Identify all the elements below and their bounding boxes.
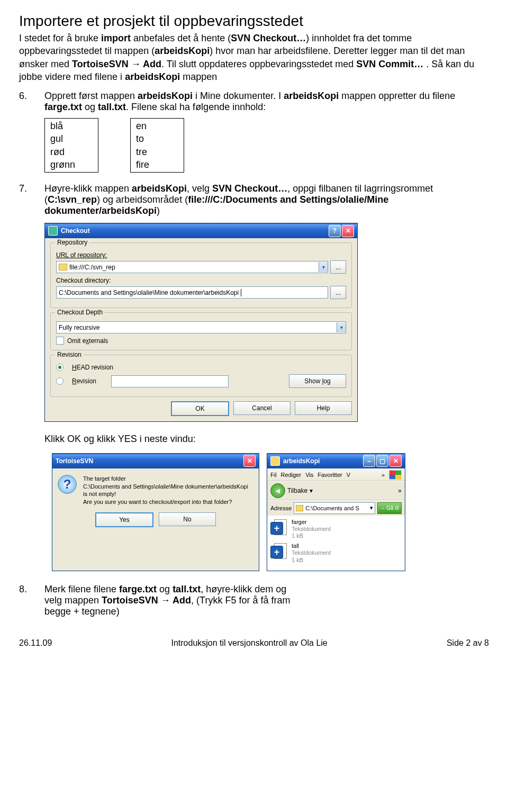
page-heading: Importere et prosjekt til oppbevaringsst… [19, 13, 489, 30]
click-ok-text: Klikk OK og klikk YES i neste vindu: [44, 432, 489, 445]
browse-dir-button[interactable]: ... [330, 286, 346, 299]
step-body: Opprett først mappen arbeidsKopi i Mine … [44, 91, 489, 113]
question-icon: ? [58, 475, 77, 494]
close-button[interactable]: ✕ [342, 225, 354, 237]
checkout-depth-group: Checkout Depth Fully recursive ▾ Omit ex… [50, 312, 352, 350]
group-label: Revision [55, 351, 84, 358]
revision-input[interactable] [111, 375, 229, 387]
window-title: TortoiseSVN [56, 457, 243, 465]
list-item[interactable]: + tall Tekstdokument 1 kB [270, 543, 402, 564]
folder-icon [296, 505, 303, 511]
titlebar: TortoiseSVN ✕ [52, 454, 259, 468]
windows-flag-icon [389, 470, 402, 480]
ok-button[interactable]: OK [171, 401, 229, 416]
menu-item[interactable]: Rediger [281, 472, 302, 478]
window-title: Checkout [61, 227, 329, 234]
close-button[interactable]: ✕ [243, 455, 256, 467]
farge-box: blågulrødgrønn [44, 118, 98, 173]
footer-date: 26.11.09 [19, 638, 52, 648]
menu-bar[interactable]: Fil Rediger Vis Favoritter V » [267, 468, 405, 481]
step-6: 6. Opprett først mappen arbeidsKopi i Mi… [19, 91, 489, 113]
intro-paragraph: I stedet for å bruke import anbefales de… [19, 32, 489, 83]
go-button[interactable]: → Gå til [377, 502, 402, 514]
app-icon [48, 226, 58, 236]
step-body: Merk filene filene farge.txt og tall.txt… [44, 584, 305, 617]
back-button[interactable]: ◄ [270, 483, 285, 498]
step-number: 6. [19, 91, 44, 113]
chevron-down-icon[interactable]: ▾ [310, 487, 313, 494]
dir-value: C:\Documents and Settings\olalie\Mine do… [59, 289, 239, 296]
menu-item[interactable]: V [347, 472, 350, 478]
repository-group: Repository URL of repository: file:///C:… [50, 242, 352, 308]
depth-combo[interactable]: Fully recursive ▾ [56, 321, 346, 333]
omit-label: Omit externals [67, 337, 108, 345]
file-content-boxes: blågulrødgrønn entotrefire [44, 118, 489, 173]
group-label: Checkout Depth [55, 309, 105, 316]
close-button[interactable]: ✕ [389, 455, 402, 467]
specific-revision-radio[interactable] [56, 377, 64, 385]
head-revision-radio[interactable] [56, 364, 64, 371]
checkout-directory-input[interactable]: C:\Documents and Settings\olalie\Mine do… [56, 286, 328, 299]
chevron-right-icon[interactable]: » [398, 487, 402, 494]
file-add-icon: + [270, 519, 287, 536]
chevron-down-icon[interactable]: ▾ [337, 322, 346, 332]
menu-item[interactable]: Favoritter [318, 472, 342, 478]
message-text: The target folder C:\Documents and Setti… [83, 475, 248, 506]
menu-item[interactable]: Fil [270, 472, 277, 478]
step-body: Høyre-klikk mappen arbeidsKopi, velg SVN… [44, 183, 489, 216]
step-7: 7. Høyre-klikk mappen arbeidsKopi, velg … [19, 183, 489, 216]
menu-item[interactable]: Vis [305, 472, 313, 478]
list-item[interactable]: + farger Tekstdokument 1 kB [270, 519, 402, 540]
explorer-window: arbeidsKopi – ▢ ✕ Fil Rediger Vis Favori… [267, 453, 405, 571]
no-button[interactable]: No [159, 512, 216, 526]
page-footer: 26.11.09 Introduksjon til versjonskontro… [19, 638, 489, 648]
help-button[interactable]: Help [295, 401, 352, 415]
folder-icon [59, 264, 67, 270]
address-label: Adresse [270, 505, 292, 511]
titlebar: arbeidsKopi – ▢ ✕ [267, 454, 405, 468]
head-label: HEAD revision [72, 364, 113, 371]
minimize-button[interactable]: – [363, 455, 375, 467]
address-input[interactable]: C:\Documents and S ▾ [294, 502, 375, 514]
step-8: 8. Merk filene filene farge.txt og tall.… [19, 584, 305, 617]
show-log-button[interactable]: Show log [289, 374, 346, 388]
maximize-button[interactable]: ▢ [376, 455, 388, 467]
step-number: 7. [19, 183, 44, 216]
window-title: arbeidsKopi [283, 457, 363, 465]
file-add-icon: + [270, 543, 287, 560]
yes-button[interactable]: Yes [95, 512, 153, 527]
cancel-button[interactable]: Cancel [233, 401, 291, 415]
omit-externals-checkbox[interactable] [56, 337, 64, 345]
repository-url-combo[interactable]: file:///C:/svn_rep ▾ [56, 261, 328, 273]
titlebar: Checkout ? ✕ [45, 223, 357, 238]
tall-box: entotrefire [130, 118, 184, 173]
step-number: 8. [19, 584, 44, 617]
url-label: URL of repository: [56, 251, 346, 259]
chevron-right-icon[interactable]: » [382, 472, 385, 478]
folder-icon [270, 456, 280, 466]
depth-value: Fully recursive [59, 324, 99, 331]
back-label: Tilbake [287, 487, 307, 494]
footer-title: Introduksjon til versjonskontroll av Ola… [171, 638, 327, 648]
footer-page: Side 2 av 8 [447, 638, 489, 648]
checkout-dialog: Checkout ? ✕ Repository URL of repositor… [44, 223, 358, 422]
revision-group: Revision HEAD revision Revision Show log [50, 355, 352, 397]
confirm-dialog: TortoiseSVN ✕ ? The target folder C:\Doc… [52, 453, 259, 571]
revision-label: Revision [72, 377, 106, 385]
chevron-down-icon[interactable]: ▾ [319, 262, 328, 272]
help-titlebar-button[interactable]: ? [329, 225, 341, 237]
group-label: Repository [55, 239, 89, 246]
file-list: + farger Tekstdokument 1 kB + tall Tekst… [267, 516, 405, 571]
url-value: file:///C:/svn_rep [69, 264, 115, 271]
dir-label: Checkout directory: [56, 277, 346, 284]
browse-url-button[interactable]: ... [330, 260, 346, 274]
